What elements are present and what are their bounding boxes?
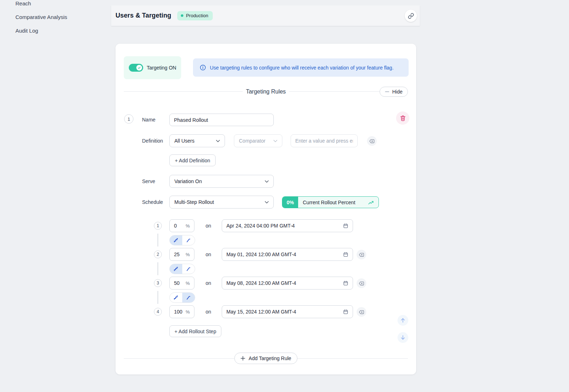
schedule-select[interactable]: Multi-Step Rollout [169, 196, 274, 209]
step-number-badge: 3 [154, 279, 162, 287]
step-number-badge: 4 [154, 308, 162, 316]
sidebar-item-audit-log[interactable]: Audit Log [0, 24, 111, 37]
step-date-picker[interactable]: May 01, 2024 12:00 AM GMT-4 [222, 248, 353, 261]
sidebar-item-comparative-analysis[interactable]: Comparative Analysis [0, 10, 111, 24]
definition-value-input[interactable] [291, 134, 358, 147]
on-label: on [206, 248, 211, 261]
environment-badge-label: Production [186, 13, 208, 18]
check-icon [137, 66, 141, 70]
targeting-toggle[interactable] [129, 64, 143, 72]
name-label: Name [142, 114, 155, 126]
link-icon [408, 13, 414, 19]
comparator-select[interactable]: Comparator [234, 134, 282, 147]
move-rule-down-button[interactable] [398, 332, 408, 343]
gradual-mode-option[interactable] [182, 235, 195, 245]
step-percent-input[interactable] [174, 280, 185, 286]
add-targeting-rule-button[interactable]: Add Targeting Rule [234, 353, 297, 364]
sidebar-item-reach[interactable]: Reach [0, 0, 111, 10]
connector-line [157, 262, 158, 275]
audience-select[interactable]: All Users [169, 134, 225, 147]
step-icon [173, 295, 179, 300]
step-icon [173, 266, 179, 272]
step-date-value: May 01, 2024 12:00 AM GMT-4 [226, 252, 296, 257]
step-percent-input[interactable] [174, 309, 185, 315]
transition-mode-toggle[interactable] [169, 264, 195, 274]
remove-step-button[interactable] [357, 307, 366, 317]
sidebar-item-label: Reach [15, 0, 31, 6]
schedule-select-value: Multi-Step Rollout [174, 199, 214, 205]
step-percent-field: % [169, 248, 194, 261]
add-rule-row: Add Targeting Rule [124, 353, 408, 364]
calendar-icon [343, 309, 348, 315]
on-label: on [206, 219, 211, 232]
delete-rule-button[interactable] [396, 111, 409, 125]
copy-link-button[interactable] [405, 10, 417, 22]
step-mode-option[interactable] [170, 293, 182, 302]
serve-select-value: Variation On [174, 178, 202, 184]
rule-number-badge: 1 [124, 114, 133, 124]
chevron-down-icon [265, 201, 269, 204]
serve-label: Serve [142, 175, 155, 188]
plus-icon [240, 356, 245, 361]
info-icon [200, 64, 206, 71]
targeting-rules-header: Targeting Rules Hide [124, 87, 408, 97]
step-date-value: May 15, 2024 12:00 AM GMT-4 [226, 309, 296, 315]
calendar-icon [343, 223, 348, 229]
step-percent-input[interactable] [174, 223, 185, 229]
step-date-picker[interactable]: Apr 24, 2024 04:00 PM GMT-4 [222, 219, 353, 232]
step-percent-field: % [169, 305, 194, 318]
backspace-icon [369, 139, 375, 143]
comparator-select-placeholder: Comparator [239, 138, 265, 144]
audience-select-value: All Users [174, 138, 194, 144]
ramp-icon [186, 266, 191, 272]
step-percent-field: % [169, 277, 194, 290]
step-mode-option[interactable] [170, 235, 182, 245]
minus-icon [385, 90, 389, 94]
calendar-icon [343, 281, 348, 286]
chevron-down-icon [265, 180, 269, 183]
step-date-value: Apr 24, 2024 04:00 PM GMT-4 [226, 223, 295, 229]
percent-sign: % [185, 252, 190, 257]
move-rule-up-button[interactable] [398, 315, 408, 326]
current-rollout-label: Current Rollout Percent [303, 200, 355, 205]
definition-label: Definition [142, 134, 163, 147]
gradual-mode-option[interactable] [182, 293, 195, 302]
transition-mode-toggle[interactable] [169, 292, 195, 303]
trending-up-icon [368, 200, 374, 205]
page-title: Users & Targeting [116, 12, 171, 19]
hide-rules-button[interactable]: Hide [380, 87, 408, 97]
chevron-down-icon [216, 140, 220, 142]
step-mode-option[interactable] [170, 264, 182, 274]
remove-step-button[interactable] [357, 250, 366, 259]
trash-icon [400, 115, 406, 121]
arrow-up-icon [400, 317, 406, 323]
sidebar: Reach Comparative Analysis Audit Log [0, 0, 111, 37]
step-percent-input[interactable] [174, 252, 185, 257]
ramp-icon [186, 295, 191, 300]
transition-mode-toggle[interactable] [169, 235, 195, 245]
ramp-icon [186, 238, 191, 243]
step-icon [173, 238, 179, 243]
backspace-icon [359, 281, 364, 286]
step-date-picker[interactable]: May 08, 2024 12:00 AM GMT-4 [222, 277, 353, 290]
rollout-step-row: 2 % on May 01, 2024 12:00 AM GMT-4 [116, 248, 416, 261]
add-definition-button[interactable]: + Add Definition [169, 154, 216, 166]
on-label: on [206, 277, 211, 290]
connector-line [157, 234, 158, 247]
targeting-card: Targeting ON Use targeting rules to conf… [116, 44, 416, 374]
step-date-picker[interactable]: May 15, 2024 12:00 AM GMT-4 [222, 305, 353, 318]
targeting-toggle-label: Targeting ON [147, 65, 176, 71]
serve-select[interactable]: Variation On [169, 175, 274, 188]
rollout-step-row: 4 % on May 15, 2024 12:00 AM GMT-4 [116, 305, 416, 318]
current-rollout-percent: 0% [282, 197, 298, 208]
sidebar-item-label: Comparative Analysis [15, 14, 67, 20]
add-definition-label: + Add Definition [175, 158, 210, 163]
add-rollout-step-button[interactable]: + Add Rollout Step [169, 325, 221, 337]
percent-sign: % [185, 223, 190, 229]
rule-name-input[interactable] [169, 114, 274, 126]
calendar-icon [343, 252, 348, 257]
clear-definition-button[interactable] [367, 136, 377, 146]
step-number-badge: 2 [154, 250, 162, 258]
gradual-mode-option[interactable] [182, 264, 195, 274]
remove-step-button[interactable] [357, 278, 366, 288]
